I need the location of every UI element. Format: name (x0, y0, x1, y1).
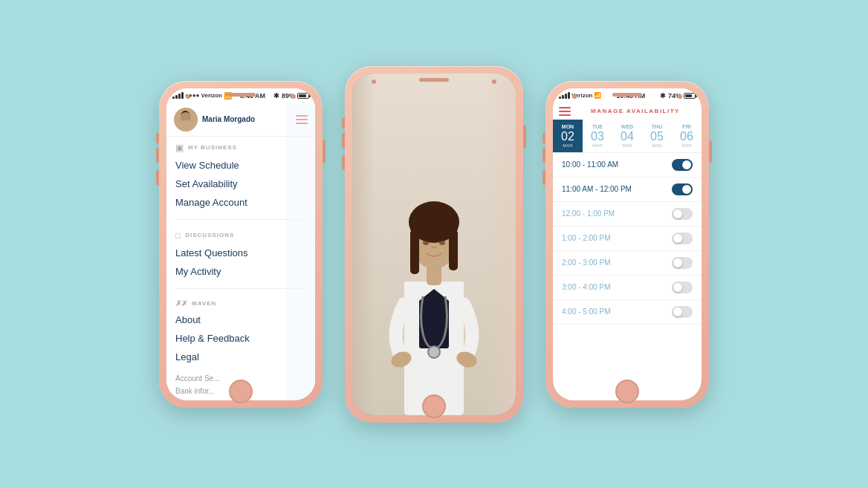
phone-3-availability: Verizon 📶 10:40 AM ✱ 74% (545, 81, 709, 408)
wifi-icon-3: 📶 (594, 92, 601, 99)
phone-1-menu: ●●●● Verizon 📶 8:43 AM ✱ 89% (159, 81, 323, 408)
wifi-icon: 📶 (224, 92, 232, 100)
toggle-1200[interactable] (672, 208, 693, 220)
svg-point-10 (423, 241, 429, 245)
phone-2-screen (352, 74, 516, 415)
time-slot-1500: 3:00 - 4:00 PM (553, 276, 702, 300)
chat-icon: □ (175, 230, 181, 241)
cal-day-tue[interactable]: TUE 03 MAR (583, 120, 612, 152)
bt-icon: ✱ (273, 92, 279, 100)
volume-up (156, 148, 159, 163)
time-label-1300: 1:00 - 2:00 PM (562, 234, 611, 242)
volume-down-3 (542, 170, 545, 185)
time-label-1600: 4:00 - 5:00 PM (562, 308, 611, 316)
cal-day-mon-name: MON (554, 124, 581, 129)
availability-title: MANAGE AVAILABILITY (575, 108, 696, 114)
silent-switch (156, 133, 159, 143)
cal-day-tue-num: 03 (584, 129, 611, 143)
home-button-3[interactable] (615, 380, 639, 403)
phone-3-screen: Verizon 📶 10:40 AM ✱ 74% (553, 88, 702, 400)
menu-bg-panel (285, 103, 315, 400)
phone-2-video (345, 66, 523, 423)
front-sensor (291, 94, 296, 99)
silent-switch-2 (342, 118, 345, 128)
cal-day-fri-name: FRI (673, 124, 700, 129)
toggle-1500[interactable] (672, 282, 693, 293)
time-slot-1600: 4:00 - 5:00 PM (553, 300, 702, 325)
time-slot-1100: 11:00 AM - 12:00 PM (553, 178, 702, 202)
cal-day-thu-num: 05 (644, 129, 670, 143)
avatar[interactable] (174, 108, 198, 131)
battery-icon (297, 93, 309, 99)
volume-up-3 (542, 148, 545, 163)
cal-day-tue-name: TUE (584, 124, 611, 129)
cal-day-wed[interactable]: WED 04 MAR (612, 120, 642, 152)
bt-icon-3: ✱ (660, 92, 666, 100)
cal-day-mon[interactable]: MON 02 MAR (553, 120, 583, 152)
front-sensor-3 (678, 94, 682, 99)
battery-icon-3 (684, 93, 696, 99)
cal-day-thu-month: MAR (644, 143, 670, 148)
cal-day-fri-num: 06 (673, 129, 700, 143)
time-label-3: 10:40 AM (616, 92, 645, 100)
cal-day-thu-name: THU (644, 124, 670, 129)
time-slot-1200: 12:00 - 1:00 PM (553, 202, 702, 227)
discussions-label: DISCUSSIONS (185, 232, 234, 238)
calendar-icon: ▣ (175, 143, 184, 153)
cal-day-thu[interactable]: THU 05 MAR (642, 120, 672, 152)
user-name: Maria Morgado (202, 115, 296, 123)
svg-rect-9 (449, 230, 458, 270)
front-sensor-2 (492, 79, 496, 84)
calendar-row: MON 02 MAR TUE 03 MAR WED 04 MAR (553, 120, 702, 152)
power-button-2 (523, 126, 526, 148)
time-slot-1400: 2:00 - 3:00 PM (553, 251, 702, 276)
time-slot-1300: 1:00 - 2:00 PM (553, 227, 702, 251)
home-button-2[interactable] (422, 394, 446, 418)
cal-day-mon-num: 02 (554, 129, 581, 143)
signal-icon-3 (559, 92, 570, 99)
time-slots-list: 10:00 - 11:00 AM 11:00 AM - 12:00 PM 12:… (553, 153, 702, 400)
volume-down (156, 170, 159, 185)
time-label-1400: 2:00 - 3:00 PM (562, 258, 611, 267)
home-button-1[interactable] (229, 380, 253, 403)
doctor-figure (360, 133, 508, 415)
toggle-1400[interactable] (672, 257, 693, 269)
time-label-1200: 12:00 - 1:00 PM (562, 209, 615, 218)
cal-day-fri[interactable]: FRI 06 MAR (672, 120, 702, 152)
front-camera-3 (572, 94, 577, 99)
availability-screen: Verizon 📶 10:40 AM ✱ 74% (553, 88, 702, 400)
hamburger-button-3[interactable] (559, 107, 571, 116)
my-business-label: MY BUSINESS (188, 144, 237, 151)
time-slot-1000: 10:00 - 11:00 AM (553, 153, 702, 178)
maven-label: MAVEN (192, 300, 216, 307)
maven-icon: ✗✗ (175, 299, 187, 308)
video-screen (352, 74, 516, 415)
silent-switch-3 (542, 133, 545, 143)
phones-container: ●●●● Verizon 📶 8:43 AM ✱ 89% (144, 51, 724, 437)
cal-day-fri-month: MAR (673, 143, 700, 148)
front-camera-2 (372, 79, 376, 84)
power-button-3 (709, 140, 712, 163)
cal-day-wed-name: WED (614, 124, 641, 129)
video-area[interactable] (352, 74, 516, 415)
toggle-1300[interactable] (672, 232, 693, 244)
volume-up-2 (342, 133, 345, 148)
front-camera (186, 94, 190, 99)
signal-icon (172, 92, 184, 99)
availability-header: MANAGE AVAILABILITY (553, 103, 702, 120)
carrier-label: ●●●● Verizon (185, 92, 222, 99)
toggle-1000[interactable] (672, 159, 693, 171)
cal-day-wed-num: 04 (614, 129, 641, 143)
svg-rect-8 (410, 230, 419, 274)
toggle-1100[interactable] (672, 183, 693, 195)
toggle-1600[interactable] (672, 306, 693, 318)
phone-1-screen: ●●●● Verizon 📶 8:43 AM ✱ 89% (166, 88, 315, 400)
avatar-image (174, 108, 198, 131)
time-label-1100: 11:00 AM - 12:00 PM (562, 185, 632, 193)
volume-down-2 (342, 155, 345, 170)
cal-day-tue-month: MAR (584, 143, 611, 148)
menu-screen: Maria Morgado ▣ MY BUSINESS View Schedul… (166, 103, 315, 400)
cal-day-wed-month: MAR (614, 143, 641, 148)
svg-point-11 (439, 241, 445, 245)
time-label: 8:43 AM (240, 92, 265, 100)
